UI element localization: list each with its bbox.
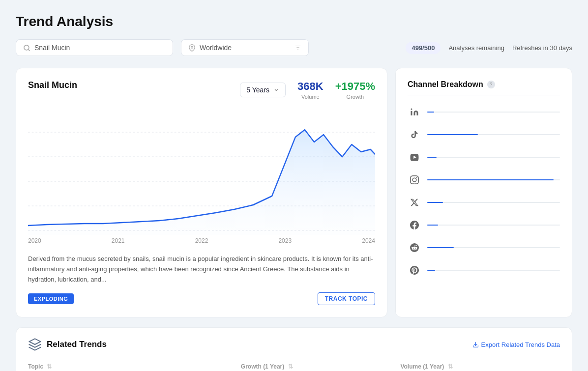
linkedin-bar-bg [427, 112, 560, 113]
reddit-bar-fill [427, 247, 454, 248]
channel-row-pinterest [408, 263, 560, 277]
pinterest-bar-bg [427, 270, 560, 271]
channel-row-reddit [408, 241, 560, 255]
chart-card: Snail Mucin 5 Years 368K Volume +1975% [16, 68, 387, 317]
search-box[interactable]: Snail Mucin [16, 39, 173, 56]
main-content: Snail Mucin 5 Years 368K Volume +1975% [16, 68, 572, 317]
analyses-remaining-label: Analyses remaining [448, 44, 504, 52]
channel-row-instagram [408, 173, 560, 187]
linkedin-icon [408, 105, 421, 119]
channel-header: Channel Breakdown ? [408, 80, 560, 95]
youtube-bar-fill [427, 157, 437, 158]
sort-volume-icon: ⇅ [448, 363, 453, 370]
svg-rect-14 [410, 175, 419, 184]
page-title: Trend Analysis [16, 14, 572, 29]
svg-rect-12 [411, 111, 412, 115]
facebook-bar-bg [427, 225, 560, 226]
table-header-row: Topic ⇅ Growth (1 Year) ⇅ Volume (1 Year… [28, 359, 560, 371]
chevron-down-icon [273, 87, 279, 93]
channel-rows-container [408, 105, 560, 277]
col-volume-header[interactable]: Volume (1 Year) ⇅ [400, 363, 560, 370]
instagram-bar-fill [427, 179, 554, 180]
volume-label: Volume [297, 94, 323, 100]
export-link[interactable]: Export Related Trends Data [472, 341, 560, 348]
tiktok-icon [408, 128, 421, 142]
help-icon[interactable]: ? [487, 81, 495, 88]
col-growth-header[interactable]: Growth (1 Year) ⇅ [241, 363, 401, 370]
search-input[interactable]: Snail Mucin [34, 44, 166, 52]
chart-header-right: 5 Years 368K Volume +1975% Growth [240, 80, 375, 100]
linkedin-bar-fill [427, 112, 434, 113]
chart-header: Snail Mucin 5 Years 368K Volume +1975% [28, 80, 375, 100]
channel-row-twitter [408, 196, 560, 209]
location-box[interactable]: Worldwide [181, 39, 309, 56]
location-value: Worldwide [200, 44, 291, 52]
x-label-2020: 2020 [28, 237, 41, 244]
related-title: Related Trends [47, 340, 107, 349]
chart-footer: EXPLODING TRACK TOPIC [28, 292, 375, 305]
x-axis-labels: 2020 2021 2022 2023 2024 [28, 235, 375, 244]
facebook-bar-fill [427, 225, 438, 226]
tiktok-bar-fill [427, 134, 478, 135]
col-topic-header[interactable]: Topic ⇅ [28, 363, 241, 370]
twitter-bar-fill [427, 202, 443, 203]
reddit-bar [427, 243, 560, 253]
chart-description: Derived from the mucus secreted by snail… [28, 254, 375, 285]
twitter-bar [427, 198, 560, 207]
trend-chart [28, 108, 375, 235]
instagram-bar [427, 175, 560, 185]
years-selector[interactable]: 5 Years [240, 83, 286, 97]
pinterest-bar-fill [427, 270, 435, 271]
exploding-badge: EXPLODING [28, 293, 74, 304]
download-icon [472, 342, 479, 348]
youtube-bar-bg [427, 157, 560, 158]
sort-growth-icon: ⇅ [288, 363, 293, 370]
channel-row-tiktok [408, 128, 560, 142]
channel-row-linkedin [408, 105, 560, 119]
volume-stat: 368K Volume [297, 80, 323, 100]
quota-badge: 499/500 [406, 42, 441, 54]
linkedin-bar [427, 107, 560, 117]
channel-title: Channel Breakdown [408, 80, 483, 89]
svg-line-1 [28, 49, 29, 51]
channel-breakdown-card: Channel Breakdown ? [395, 68, 572, 317]
x-label-2024: 2024 [362, 237, 375, 244]
x-label-2022: 2022 [195, 237, 208, 244]
channel-row-youtube [408, 150, 560, 164]
x-label-2021: 2021 [112, 237, 125, 244]
sort-topic-icon: ⇅ [47, 363, 52, 370]
svg-point-13 [411, 109, 412, 110]
top-bar: Snail Mucin Worldwide 499/500 Analyses r… [16, 39, 572, 56]
twitter-bar-bg [427, 202, 560, 203]
facebook-icon [408, 218, 421, 232]
pinterest-bar [427, 265, 560, 275]
growth-stat: +1975% Growth [335, 80, 375, 100]
channel-row-facebook [408, 218, 560, 232]
svg-point-2 [191, 46, 193, 48]
instagram-icon [408, 173, 421, 187]
facebook-bar [427, 220, 560, 230]
youtube-bar [427, 152, 560, 162]
tiktok-bar [427, 130, 560, 140]
related-header: Related Trends Export Related Trends Dat… [28, 338, 560, 351]
chart-area [28, 108, 375, 235]
growth-label: Growth [335, 94, 375, 100]
search-icon [23, 44, 30, 52]
pinterest-icon [408, 263, 421, 277]
reddit-icon [408, 241, 421, 255]
chart-title: Snail Mucin [28, 80, 77, 90]
layers-icon [28, 338, 42, 351]
svg-marker-16 [29, 339, 40, 345]
location-icon [188, 44, 196, 52]
refresh-text: Refreshes in 30 days [512, 44, 572, 52]
x-label-2023: 2023 [278, 237, 292, 244]
twitter-icon [408, 196, 421, 209]
filter-icon[interactable] [294, 44, 301, 51]
track-topic-button[interactable]: TRACK TOPIC [318, 292, 375, 305]
growth-value: +1975% [335, 80, 375, 93]
related-trends-section: Related Trends Export Related Trends Dat… [16, 327, 572, 371]
volume-value: 368K [297, 80, 323, 93]
youtube-icon [408, 150, 421, 164]
related-title-row: Related Trends [28, 338, 107, 351]
